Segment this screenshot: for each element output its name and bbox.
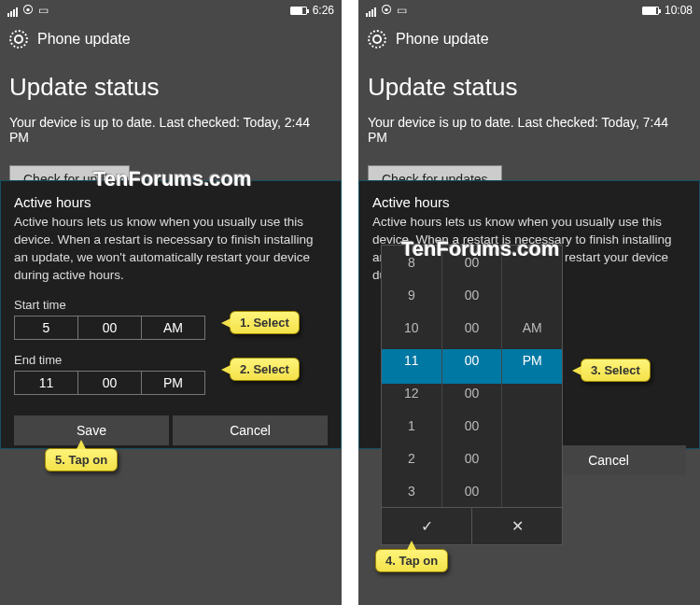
page-header: Phone update <box>358 21 700 58</box>
wifi-icon: ⦿ <box>22 4 34 17</box>
signal-icon <box>366 7 376 17</box>
watermark: TenForums.com <box>401 237 560 261</box>
end-min[interactable]: 00 <box>78 372 142 394</box>
callout-5: 5. Tap on <box>45 448 118 471</box>
notification-icon: ▭ <box>397 4 407 17</box>
panel-desc: Active hours lets us know when you usual… <box>14 214 328 285</box>
picker-minute-column[interactable]: 00 00 00 00 00 00 00 00 <box>442 246 503 507</box>
end-ampm[interactable]: PM <box>142 372 204 394</box>
phone-right: ⦿ ▭ 10:08 Phone update Update status You… <box>358 0 700 605</box>
status-text: Your device is up to date. Last checked:… <box>9 115 332 145</box>
page-title: Phone update <box>37 31 131 48</box>
picker-ampm-column[interactable]: AM PM <box>502 246 562 507</box>
picker-ok-button[interactable]: ✓ <box>382 508 472 544</box>
end-time-picker[interactable]: 11 00 PM <box>14 371 205 395</box>
picker-hour-column[interactable]: 8 9 10 11 12 1 2 3 <box>382 246 442 507</box>
page-title: Phone update <box>396 31 489 48</box>
cancel-button[interactable]: Cancel <box>173 415 328 445</box>
end-hour[interactable]: 11 <box>15 372 78 394</box>
signal-icon <box>7 7 18 17</box>
battery-icon <box>642 7 659 15</box>
gear-icon <box>368 30 386 49</box>
gear-icon <box>9 30 28 49</box>
phone-left: ⦿ ▭ 6:26 Phone update Update status Your… <box>0 0 342 605</box>
status-heading: Update status <box>368 73 691 102</box>
callout-1: 1. Select <box>230 311 300 334</box>
callout-3: 3. Select <box>581 359 651 382</box>
start-time-picker[interactable]: 5 00 AM <box>14 316 205 340</box>
start-ampm[interactable]: AM <box>142 317 204 339</box>
start-time-label: Start time <box>14 298 328 312</box>
notification-icon: ▭ <box>38 4 49 17</box>
clock: 10:08 <box>665 4 693 17</box>
clock: 6:26 <box>313 4 334 17</box>
picker-cancel-button[interactable]: ✕ <box>472 508 562 544</box>
status-text: Your device is up to date. Last checked:… <box>368 115 691 145</box>
status-heading: Update status <box>9 73 332 102</box>
save-button[interactable]: Save <box>14 415 169 445</box>
panel-title: Active hours <box>372 194 686 210</box>
time-picker-popup: 8 9 10 11 12 1 2 3 00 00 00 00 00 00 00 <box>381 245 563 545</box>
wifi-icon: ⦿ <box>381 4 392 17</box>
callout-4: 4. Tap on <box>375 549 448 572</box>
status-bar: ⦿ ▭ 10:08 <box>358 0 700 21</box>
panel-title: Active hours <box>14 194 328 210</box>
callout-2: 2. Select <box>230 358 300 381</box>
start-hour[interactable]: 5 <box>15 317 78 339</box>
start-min[interactable]: 00 <box>78 317 142 339</box>
battery-icon <box>290 7 307 15</box>
watermark: TenForums.com <box>93 167 252 191</box>
page-header: Phone update <box>0 21 342 58</box>
status-bar: ⦿ ▭ 6:26 <box>0 0 342 21</box>
